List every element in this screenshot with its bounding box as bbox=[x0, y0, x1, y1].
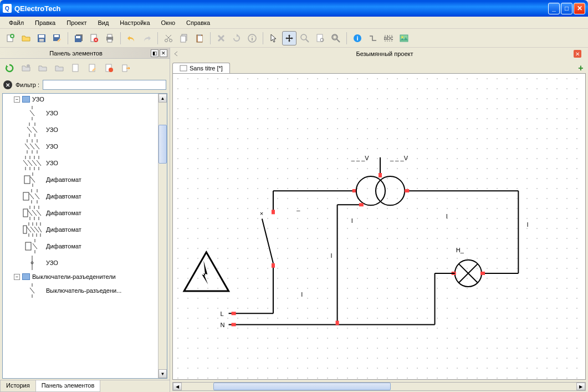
close-button[interactable]: ✕ bbox=[574, 3, 585, 14]
document-tabs: Безымянный проект ✕ bbox=[170, 48, 588, 60]
redo-icon bbox=[142, 34, 151, 43]
tree-item[interactable]: Дифавтомат bbox=[3, 205, 167, 221]
copy-icon bbox=[180, 34, 188, 43]
print-button[interactable] bbox=[103, 31, 117, 45]
new-element-button[interactable] bbox=[69, 61, 83, 75]
tree-item[interactable]: УЗО bbox=[3, 121, 167, 138]
collapse-icon[interactable]: − bbox=[14, 96, 20, 103]
floppy-pencil-icon bbox=[53, 34, 62, 43]
svg-rect-4 bbox=[39, 39, 44, 42]
delete-folder-button[interactable] bbox=[52, 61, 67, 75]
canvas[interactable]: N L × _ _ _V bbox=[172, 73, 586, 380]
paste-button[interactable] bbox=[192, 31, 207, 45]
tree-item[interactable]: Дифавтомат bbox=[3, 171, 167, 188]
new-button[interactable] bbox=[3, 31, 18, 45]
tree-folder[interactable]: − УЗО bbox=[3, 94, 167, 105]
label-v1: _ _ _V bbox=[351, 155, 370, 161]
save-all-button[interactable] bbox=[71, 31, 86, 45]
menu-window[interactable]: Окно bbox=[157, 18, 180, 27]
maximize-button[interactable]: □ bbox=[561, 3, 572, 14]
cut-button[interactable] bbox=[161, 31, 176, 45]
undo-button[interactable] bbox=[124, 31, 139, 45]
scroll-up-button[interactable]: ▲ bbox=[158, 94, 167, 103]
text-frame-button[interactable]: abc bbox=[381, 31, 396, 45]
scroll-left-button[interactable]: ◀ bbox=[173, 383, 182, 390]
component-icon bbox=[23, 239, 42, 253]
info-button[interactable] bbox=[245, 31, 259, 45]
sheet-tab[interactable]: Sans titre [*] bbox=[172, 63, 230, 73]
clear-filter-button[interactable]: ✕ bbox=[3, 80, 12, 89]
about-button[interactable]: i bbox=[350, 31, 365, 45]
svg-point-23 bbox=[301, 34, 306, 40]
tree-item[interactable]: Дифавтомат bbox=[3, 238, 167, 254]
nav-left-icon[interactable] bbox=[172, 50, 180, 58]
edit-element-button[interactable] bbox=[85, 61, 100, 75]
menu-settings[interactable]: Настройка bbox=[115, 18, 154, 27]
hscroll-thumb[interactable] bbox=[213, 383, 391, 390]
tree-item[interactable]: УЗО bbox=[3, 155, 167, 171]
label-dash: _ bbox=[296, 205, 300, 211]
svg-point-60 bbox=[376, 176, 405, 205]
scroll-right-button[interactable]: ▶ bbox=[576, 383, 585, 390]
rotate-button[interactable] bbox=[229, 31, 244, 45]
image-button[interactable] bbox=[397, 31, 411, 45]
panel-float-button[interactable]: ◧ bbox=[151, 49, 158, 57]
floppy-stack-icon bbox=[74, 34, 83, 43]
fit-page-button[interactable] bbox=[313, 31, 328, 45]
tab-elements-panel[interactable]: Панель элементов bbox=[35, 380, 101, 392]
tree-item[interactable]: УЗО bbox=[3, 105, 167, 121]
close-doc-button[interactable] bbox=[87, 31, 101, 45]
tab-close-button[interactable]: ✕ bbox=[574, 50, 581, 58]
tree-item[interactable]: УЗО bbox=[3, 138, 167, 155]
wire-button[interactable] bbox=[366, 31, 380, 45]
redo-button[interactable] bbox=[140, 31, 154, 45]
tree-item[interactable]: Дифавтомат bbox=[3, 221, 167, 238]
element-tree[interactable]: − УЗО УЗО УЗО УЗО УЗО Дифавтомат Дифавто… bbox=[2, 93, 167, 379]
tab-history[interactable]: История bbox=[0, 380, 36, 392]
filter-input[interactable] bbox=[43, 80, 166, 90]
filter-label: Фильтр : bbox=[16, 82, 39, 88]
menu-view[interactable]: Вид bbox=[93, 18, 113, 27]
minimize-button[interactable]: _ bbox=[548, 3, 560, 14]
tree-folder[interactable]: − Выключатели-разъеденители bbox=[3, 271, 167, 282]
zoom-fit-button[interactable] bbox=[329, 31, 343, 45]
zoom-button[interactable] bbox=[298, 31, 312, 45]
doc-delete-icon bbox=[105, 64, 114, 73]
svg-text:abc: abc bbox=[384, 34, 393, 41]
horizontal-scrollbar[interactable]: ◀ ▶ bbox=[172, 382, 586, 391]
scroll-thumb[interactable] bbox=[158, 125, 167, 164]
move-button[interactable] bbox=[282, 31, 296, 45]
folder-plus-icon bbox=[22, 64, 30, 73]
svg-rect-56 bbox=[272, 210, 275, 214]
panel-close-button[interactable]: ✕ bbox=[160, 49, 167, 57]
menu-edit[interactable]: Правка bbox=[30, 18, 60, 27]
tree-scrollbar[interactable]: ▲ ▼ bbox=[158, 94, 167, 378]
reload-button[interactable] bbox=[2, 61, 17, 75]
add-sheet-button[interactable]: + bbox=[576, 63, 586, 73]
tree-item[interactable]: Дифавтомат bbox=[3, 188, 167, 205]
item-label: УЗО bbox=[46, 160, 58, 166]
tree-item[interactable]: Выключатель-разъедени... bbox=[3, 282, 167, 299]
delete-button[interactable] bbox=[214, 31, 228, 45]
save-button[interactable] bbox=[34, 31, 49, 45]
sheet-icon bbox=[180, 65, 187, 72]
document-tab[interactable]: Безымянный проект ✕ bbox=[183, 50, 586, 57]
delete-element-button[interactable] bbox=[102, 61, 116, 75]
label-i5: I bbox=[526, 221, 528, 228]
new-folder-button[interactable] bbox=[19, 61, 33, 75]
window-controls: _ □ ✕ bbox=[548, 3, 585, 14]
open-button[interactable] bbox=[19, 31, 33, 45]
export-button[interactable] bbox=[119, 61, 133, 75]
svg-text:×: × bbox=[260, 210, 263, 217]
tree-item[interactable]: УЗО bbox=[3, 254, 167, 271]
edit-folder-button[interactable] bbox=[35, 61, 50, 75]
pointer-button[interactable] bbox=[267, 31, 281, 45]
component-icon bbox=[23, 222, 42, 237]
menu-help[interactable]: Справка bbox=[182, 18, 214, 27]
save-as-button[interactable] bbox=[50, 31, 64, 45]
copy-button[interactable] bbox=[177, 31, 191, 45]
collapse-icon[interactable]: − bbox=[14, 274, 20, 280]
scroll-down-button[interactable]: ▼ bbox=[158, 369, 167, 378]
menu-file[interactable]: Файл bbox=[4, 18, 28, 27]
menu-project[interactable]: Проект bbox=[62, 18, 91, 27]
